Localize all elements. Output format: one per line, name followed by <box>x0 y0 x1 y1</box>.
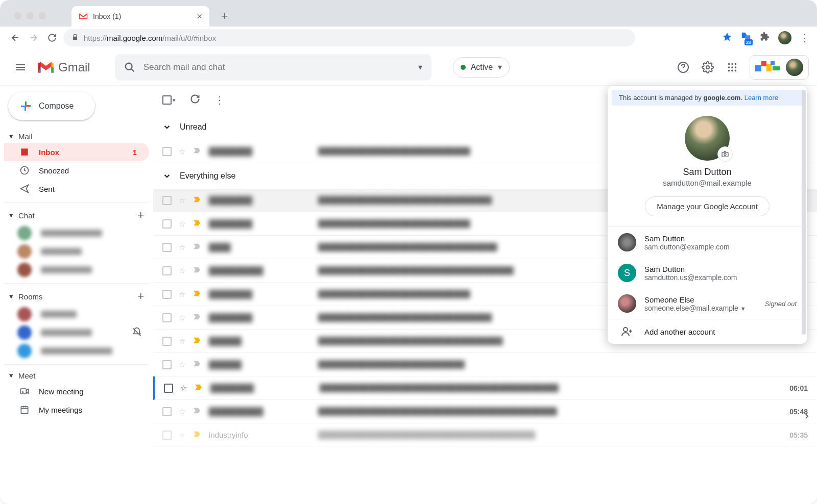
row-checkbox[interactable] <box>162 407 172 416</box>
row-checkbox[interactable] <box>162 337 172 346</box>
row-checkbox[interactable] <box>162 313 172 322</box>
star-icon[interactable]: ☆ <box>180 384 187 393</box>
star-icon[interactable]: ☆ <box>179 243 185 252</box>
row-checkbox[interactable] <box>162 196 172 205</box>
row-checkbox[interactable] <box>162 266 172 275</box>
switch-account-row[interactable]: Someone Elsesomeone.else@mail.example▼ S… <box>608 288 807 319</box>
switch-account-row[interactable]: Sam Duttonsam.dutton@example.com <box>608 227 807 258</box>
settings-button[interactable] <box>701 60 715 74</box>
refresh-button[interactable] <box>190 94 200 106</box>
section-mail-header[interactable]: ▾Mail <box>4 130 149 143</box>
chat-item[interactable] <box>4 261 149 279</box>
manage-account-button[interactable]: Manage your Google Account <box>645 196 770 216</box>
svg-point-2 <box>706 66 709 69</box>
row-checkbox[interactable] <box>162 219 172 229</box>
svg-point-22 <box>623 327 628 332</box>
importance-icon[interactable] <box>193 289 202 299</box>
extensions-puzzle-icon[interactable] <box>760 32 770 44</box>
nav-inbox[interactable]: Inbox1 <box>4 143 149 161</box>
new-tab-button[interactable]: + <box>214 6 235 27</box>
browser-menu-button[interactable]: ⋮ <box>800 32 809 44</box>
importance-icon[interactable] <box>194 383 203 393</box>
svg-rect-16 <box>771 61 775 65</box>
workspace-branding[interactable] <box>750 55 809 80</box>
importance-icon[interactable] <box>193 146 202 157</box>
chat-item[interactable] <box>4 242 149 261</box>
importance-icon[interactable] <box>193 195 202 206</box>
row-checkbox[interactable] <box>162 431 172 440</box>
add-room-button[interactable]: + <box>137 290 144 303</box>
row-checkbox[interactable] <box>162 147 172 156</box>
email-row[interactable]: ☆█████████████████████████████████ <box>153 353 817 376</box>
back-button[interactable] <box>8 31 22 45</box>
change-photo-button[interactable] <box>717 146 733 162</box>
star-icon[interactable]: ☆ <box>179 407 185 416</box>
section-chat-header[interactable]: ▾Chat+ <box>4 207 149 224</box>
main-menu-button[interactable] <box>8 55 33 80</box>
browser-tab[interactable]: Inbox (1) × <box>71 6 209 27</box>
importance-icon[interactable] <box>193 312 202 323</box>
star-icon[interactable]: ☆ <box>179 431 185 440</box>
nav-my-meetings[interactable]: My meetings <box>4 400 149 419</box>
select-all-checkbox[interactable]: ▾ <box>162 95 176 105</box>
add-chat-button[interactable]: + <box>137 209 144 222</box>
email-row[interactable]: ☆███████████████████████████████████████… <box>153 376 817 400</box>
importance-icon[interactable] <box>193 359 202 370</box>
gmail-logo[interactable]: Gmail <box>37 60 111 74</box>
star-icon[interactable]: ☆ <box>179 313 185 322</box>
search-input[interactable] <box>143 62 410 72</box>
mute-icon <box>132 327 142 339</box>
learn-more-link[interactable]: Learn more <box>744 94 778 102</box>
status-selector[interactable]: Active ▾ <box>453 57 510 78</box>
add-account-button[interactable]: Add another account <box>608 319 807 344</box>
importance-icon[interactable] <box>193 406 202 417</box>
account-avatar-button[interactable] <box>786 59 803 76</box>
window-controls[interactable] <box>9 12 51 27</box>
importance-icon[interactable] <box>193 242 202 253</box>
search-options-dropdown[interactable]: ▾ <box>418 62 422 72</box>
room-item[interactable] <box>4 305 149 323</box>
room-item[interactable] <box>4 323 149 342</box>
email-row[interactable]: ☆███████████████████████████████████████… <box>153 400 817 423</box>
chat-item[interactable] <box>4 224 149 242</box>
account-avatar: S <box>618 264 636 282</box>
row-checkbox[interactable] <box>162 290 172 299</box>
scrollbar[interactable] <box>802 90 806 335</box>
tab-close-button[interactable]: × <box>197 11 202 22</box>
help-button[interactable] <box>676 60 690 74</box>
section-rooms-header[interactable]: ▾Rooms+ <box>4 288 149 305</box>
svg-rect-19 <box>21 407 28 413</box>
switch-account-row[interactable]: S Sam Duttonsamdutton.us@example.com <box>608 258 807 288</box>
bookmark-star-icon[interactable] <box>722 32 732 44</box>
star-icon[interactable]: ☆ <box>179 147 185 156</box>
section-meet-header[interactable]: ▾Meet <box>4 369 149 382</box>
importance-icon[interactable] <box>193 336 202 346</box>
star-icon[interactable]: ☆ <box>179 290 185 299</box>
nav-snoozed[interactable]: Snoozed <box>4 161 149 180</box>
star-icon[interactable]: ☆ <box>179 266 185 275</box>
nav-new-meeting[interactable]: New meeting <box>4 382 149 400</box>
star-icon[interactable]: ☆ <box>179 219 185 229</box>
importance-icon[interactable] <box>193 218 202 229</box>
forward-button[interactable] <box>27 31 41 45</box>
importance-icon[interactable] <box>193 265 202 276</box>
compose-button[interactable]: Compose <box>8 92 95 120</box>
star-icon[interactable]: ☆ <box>179 337 185 346</box>
reload-button[interactable] <box>45 31 59 45</box>
email-row[interactable]: ☆industryinfo███████████████████████████… <box>153 423 817 447</box>
more-actions-button[interactable]: ⋮ <box>214 94 225 106</box>
extension-icon[interactable]: 28 <box>740 31 752 44</box>
address-bar[interactable]: https://mail.google.com/mail/u/0/#inbox <box>63 29 635 46</box>
row-checkbox[interactable] <box>164 384 173 393</box>
row-checkbox[interactable] <box>162 243 172 252</box>
star-icon[interactable]: ☆ <box>179 360 185 369</box>
importance-icon[interactable] <box>193 430 202 440</box>
room-item[interactable] <box>4 342 149 360</box>
apps-grid-button[interactable] <box>725 60 739 74</box>
side-panel-toggle[interactable] <box>803 412 811 422</box>
search-box[interactable]: ▾ <box>115 54 431 81</box>
profile-avatar[interactable] <box>778 31 791 44</box>
star-icon[interactable]: ☆ <box>179 196 185 205</box>
row-checkbox[interactable] <box>162 360 172 369</box>
nav-sent[interactable]: Sent <box>4 180 149 198</box>
